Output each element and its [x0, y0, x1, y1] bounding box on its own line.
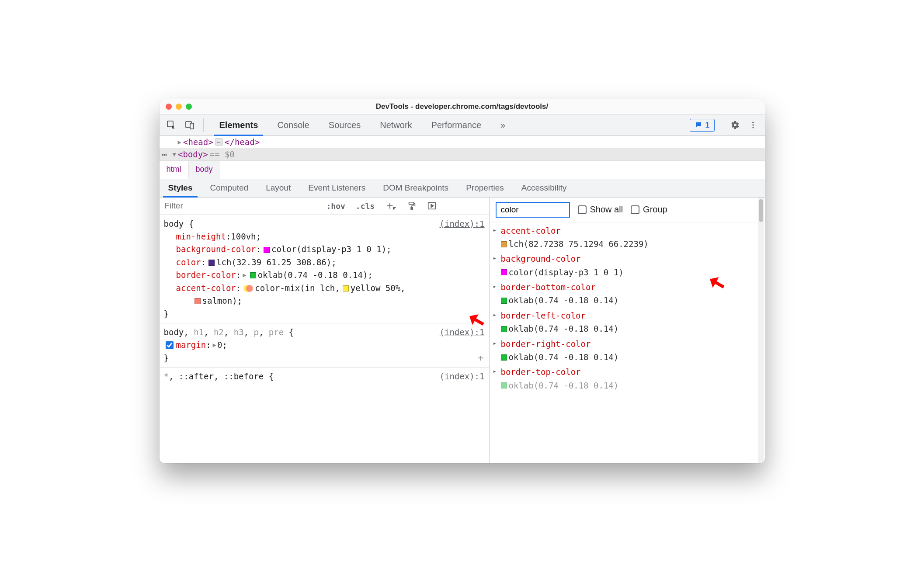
css-declaration[interactable]: border-color:▶oklab(0.74 -0.18 0.14); [164, 269, 485, 281]
computed-list: accent-colorlch(82.7238 75.1294 66.2239)… [490, 222, 765, 463]
new-rule-icon[interactable] [380, 198, 402, 215]
color-swatch-icon[interactable] [501, 241, 507, 247]
tab-console[interactable]: Console [267, 115, 319, 135]
selector: body, h1, h2, h3, p, pre { [164, 326, 294, 339]
css-rule[interactable]: *, ::after, ::before { (index):1 [160, 368, 489, 385]
css-declaration[interactable]: margin:▶0; [164, 339, 485, 351]
cls-toggle[interactable]: .cls [351, 198, 380, 215]
css-declaration[interactable]: min-height: 100vh; [164, 230, 485, 243]
color-swatch-icon[interactable] [208, 260, 215, 266]
subtab-computed[interactable]: Computed [201, 179, 257, 197]
computed-row[interactable]: border-top-coloroklab(0.74 -0.18 0.14) [490, 365, 765, 394]
titlebar: DevTools - developer.chrome.com/tags/dev… [160, 99, 765, 115]
color-swatch-icon[interactable] [501, 354, 507, 361]
css-declaration[interactable]: color:lch(32.39 61.25 308.86); [164, 256, 485, 269]
color-mix-swatch-icon[interactable] [243, 285, 253, 292]
group-checkbox[interactable]: Group [631, 205, 667, 215]
scrollbar[interactable] [758, 198, 764, 463]
computed-filter-input[interactable] [496, 202, 570, 218]
subtab-event-listeners[interactable]: Event Listeners [299, 179, 374, 197]
divider [203, 118, 204, 132]
dom-body-node[interactable]: ▼ <body> == $0 [160, 148, 765, 160]
computed-row[interactable]: border-left-coloroklab(0.74 -0.18 0.14) [490, 309, 765, 337]
svg-point-4 [752, 124, 754, 125]
color-swatch-icon[interactable] [343, 285, 349, 291]
selector: *, ::after, ::before { [164, 370, 274, 383]
expand-icon[interactable]: ▶ [243, 271, 246, 280]
breadcrumb: html body [160, 161, 765, 179]
color-swatch-icon[interactable] [250, 272, 256, 278]
css-declaration[interactable]: background-color:color(display-p3 1 0 1)… [164, 243, 485, 256]
color-swatch-icon[interactable] [501, 326, 507, 332]
rule-close: } [164, 308, 485, 320]
main-toolbar: Elements Console Sources Network Perform… [160, 115, 765, 136]
computed-header: Show all Group [490, 198, 765, 222]
source-link[interactable]: (index):1 [440, 218, 485, 230]
breadcrumb-html[interactable]: html [160, 161, 189, 179]
hov-toggle[interactable]: :hov [321, 198, 351, 215]
devtools-window: DevTools - developer.chrome.com/tags/dev… [160, 99, 765, 463]
issues-count: 1 [705, 121, 709, 130]
device-toggle-icon[interactable] [182, 118, 197, 132]
expand-icon[interactable]: ▶ [178, 139, 181, 146]
css-rules: body { (index):1 min-height: 100vh; back… [160, 215, 489, 463]
tab-elements[interactable]: Elements [210, 115, 268, 135]
css-declaration-cont: salmon); [164, 295, 485, 307]
source-link[interactable]: (index):1 [440, 370, 485, 383]
tab-performance[interactable]: Performance [422, 115, 491, 135]
more-menu-icon[interactable] [746, 118, 761, 132]
inspect-element-icon[interactable] [164, 118, 179, 132]
styles-filter-bar: :hov .cls [160, 198, 489, 215]
minimize-window-icon[interactable] [176, 104, 182, 110]
css-declaration[interactable]: accent-color:color-mix(in lch, yellow 50… [164, 282, 485, 295]
color-swatch-icon[interactable] [501, 269, 507, 275]
selector: body { [164, 218, 194, 230]
issues-badge[interactable]: 1 [690, 119, 714, 132]
color-swatch-icon[interactable] [195, 298, 201, 304]
issues-icon [695, 121, 702, 129]
color-swatch-icon[interactable] [264, 247, 270, 253]
breadcrumb-body[interactable]: body [189, 161, 220, 179]
subtab-accessibility[interactable]: Accessibility [513, 179, 575, 197]
tab-network[interactable]: Network [370, 115, 421, 135]
content-panes: :hov .cls body { (index):1 min-height: 1… [160, 198, 765, 463]
svg-rect-7 [411, 207, 413, 210]
paint-icon[interactable] [402, 198, 422, 215]
computed-pane: Show all Group accent-colorlch(82.7238 7… [490, 198, 765, 463]
svg-point-5 [752, 127, 754, 128]
window-title: DevTools - developer.chrome.com/tags/dev… [376, 102, 549, 111]
color-swatch-icon[interactable] [501, 298, 507, 304]
tab-sources[interactable]: Sources [319, 115, 370, 135]
subtab-dom-breakpoints[interactable]: DOM Breakpoints [374, 179, 457, 197]
sidepanel-tabs: Styles Computed Layout Event Listeners D… [160, 179, 765, 198]
add-declaration-icon[interactable]: + [478, 350, 483, 365]
show-all-checkbox[interactable]: Show all [578, 205, 623, 215]
css-rule[interactable]: body, h1, h2, h3, p, pre { (index):1 mar… [160, 323, 489, 368]
settings-icon[interactable] [727, 118, 742, 132]
rule-close: } [164, 352, 485, 364]
dom-head-node[interactable]: ▶ <head> ⋯ </head> [160, 136, 765, 148]
declaration-toggle-checkbox[interactable] [166, 341, 174, 349]
checkbox-icon [578, 205, 587, 214]
computed-row[interactable]: accent-colorlch(82.7238 75.1294 66.2239) [490, 224, 765, 253]
window-controls [166, 104, 192, 110]
collapse-icon[interactable]: ▼ [173, 151, 176, 158]
tab-overflow[interactable]: » [491, 115, 515, 135]
styles-filter-input[interactable] [160, 198, 321, 215]
collapsed-icon[interactable]: ⋯ [215, 138, 223, 146]
subtab-styles[interactable]: Styles [160, 179, 201, 197]
subtab-properties[interactable]: Properties [457, 179, 513, 197]
svg-point-3 [752, 122, 754, 123]
dom-tree: ▶ <head> ⋯ </head> ▼ <body> == $0 [160, 136, 765, 161]
color-swatch-icon[interactable] [501, 382, 507, 389]
subtab-layout[interactable]: Layout [257, 179, 299, 197]
divider [721, 118, 721, 132]
expand-icon[interactable]: ▶ [213, 340, 216, 350]
computed-row[interactable]: border-right-coloroklab(0.74 -0.18 0.14) [490, 337, 765, 366]
zoom-window-icon[interactable] [186, 104, 192, 110]
close-window-icon[interactable] [166, 104, 172, 110]
styles-pane: :hov .cls body { (index):1 min-height: 1… [160, 198, 490, 463]
computed-toggle-icon[interactable] [422, 198, 442, 215]
css-rule[interactable]: body { (index):1 min-height: 100vh; back… [160, 215, 489, 324]
scrollbar-thumb[interactable] [759, 199, 763, 222]
